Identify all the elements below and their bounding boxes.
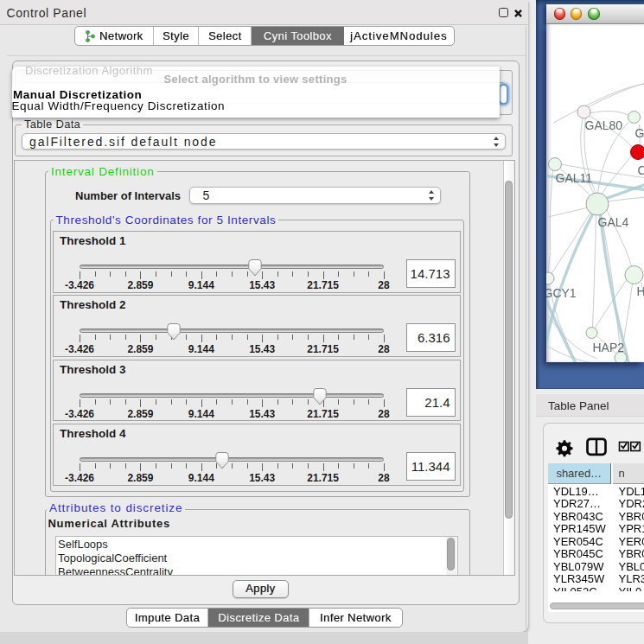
svg-text:GAL11: GAL11 — [555, 171, 592, 185]
svg-text:C: C — [637, 163, 644, 177]
svg-text:HAP2: HAP2 — [592, 341, 624, 354]
svg-text:GA: GA — [634, 126, 644, 140]
svg-text:GAL80: GAL80 — [584, 118, 622, 132]
svg-text:GCY1: GCY1 — [546, 286, 577, 300]
svg-text:GAL4: GAL4 — [597, 215, 628, 229]
svg-text:H: H — [636, 284, 644, 298]
